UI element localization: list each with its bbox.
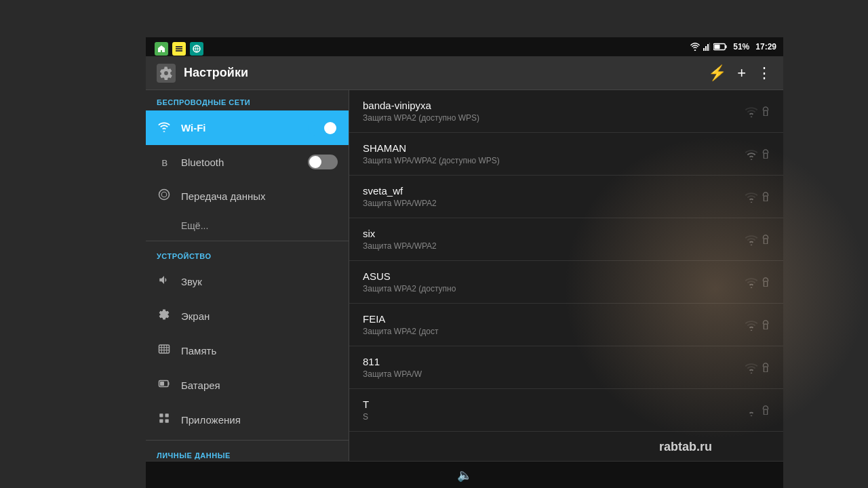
data-transfer-label: Передача данных (181, 190, 338, 202)
network-name-7: T (363, 399, 744, 410)
memory-icon (157, 343, 172, 359)
bluetooth-icon: ʙ (157, 156, 172, 169)
svg-rect-4 (703, 48, 705, 51)
svg-rect-21 (168, 382, 170, 386)
flash-icon[interactable]: ⚡ (708, 64, 726, 82)
wifi-signal-icon-3 (744, 233, 770, 245)
svg-rect-2 (176, 50, 182, 52)
page-title: Настройки (184, 66, 700, 80)
network-name-1: SHAMAN (363, 142, 744, 154)
wifi-signal-icon-2 (744, 190, 770, 203)
action-bar-actions: ⚡ + ⋮ (708, 64, 772, 82)
device-section-label: УСТРОЙСТВО (146, 244, 349, 264)
personal-section-label: ЛИЧНЫЕ ДАННЫЕ (146, 443, 349, 461)
sidebar-item-sound[interactable]: Звук (146, 264, 349, 299)
svg-rect-5 (705, 46, 707, 51)
wifi-signal-icon-0 (744, 105, 770, 117)
sidebar-more-wireless[interactable]: Ещё... (146, 214, 349, 238)
sidebar-item-screen[interactable]: Экран (146, 299, 349, 333)
network-security-6: Защита WPA/W (363, 369, 744, 379)
wireless-section-label: БЕСПРОВОДНЫЕ СЕТИ (146, 90, 349, 110)
add-icon[interactable]: + (737, 64, 746, 82)
network-item-7[interactable]: T S (349, 389, 783, 432)
tablet-screen: 51% 17:29 Настройки ⚡ + ⋮ (146, 37, 783, 461)
status-clock: 17:29 (755, 42, 776, 52)
svg-rect-25 (159, 420, 163, 423)
battery-status-icon (713, 43, 727, 51)
svg-rect-1 (176, 48, 182, 49)
svg-rect-24 (165, 413, 169, 417)
svg-rect-31 (764, 281, 767, 287)
sound-icon (157, 274, 172, 289)
settings-gear-icon (157, 64, 176, 83)
bluetooth-toggle[interactable] (308, 155, 338, 169)
wifi-signal-icon-5 (744, 319, 770, 331)
svg-rect-7 (709, 43, 710, 51)
volume-button[interactable]: 🔈 (449, 465, 480, 485)
svg-point-12 (161, 192, 167, 197)
svg-rect-29 (764, 196, 767, 201)
sidebar-item-wifi[interactable]: Wi-Fi (146, 110, 349, 145)
battery-label: Батарея (181, 380, 338, 391)
more-icon[interactable]: ⋮ (757, 64, 772, 82)
network-security-2: Защита WPA/WPA2 (363, 199, 744, 208)
wifi-signal-icon-4 (744, 276, 770, 288)
network-item-3[interactable]: six Защита WPA/WPA2 (349, 218, 783, 261)
screen-icon (157, 308, 172, 324)
svg-rect-10 (715, 45, 720, 49)
network-security-3: Защита WPA/WPA2 (363, 241, 744, 251)
network-name-5: FEIA (363, 313, 744, 325)
memory-label: Память (181, 345, 338, 357)
wifi-networks-list: banda-vinipyxa Защита WPA2 (доступно WPS… (349, 90, 783, 461)
data-transfer-icon (157, 188, 172, 204)
wifi-label: Wi-Fi (181, 122, 298, 134)
network-item-4[interactable]: ASUS Защита WPA2 (доступно (349, 261, 783, 304)
svg-rect-32 (764, 324, 767, 329)
network-name-6: 811 (363, 356, 744, 367)
network-security-1: Защита WPA/WPA2 (доступно WPS) (363, 156, 744, 165)
svg-rect-28 (764, 153, 767, 159)
network-item-0[interactable]: banda-vinipyxa Защита WPA2 (доступно WPS… (349, 90, 783, 133)
network-security-7: S (363, 412, 744, 422)
sidebar-item-data[interactable]: Передача данных (146, 179, 349, 214)
apps-label: Приложения (181, 414, 338, 426)
taskbar-icons (155, 42, 203, 56)
divider-2 (146, 440, 349, 441)
sidebar-item-bluetooth[interactable]: ʙ Bluetooth (146, 145, 349, 179)
network-name-2: sveta_wf (363, 185, 744, 197)
network-name-3: six (363, 228, 744, 239)
network-item-6[interactable]: 811 Защита WPA/W (349, 346, 783, 389)
menu-taskbar-icon[interactable] (172, 42, 186, 56)
svg-rect-9 (726, 45, 727, 49)
wifi-signal-icon-1 (744, 148, 770, 160)
main-layout: БЕСПРОВОДНЫЕ СЕТИ Wi-Fi (146, 90, 783, 461)
svg-rect-30 (764, 239, 767, 244)
signal-status-icon (703, 43, 710, 51)
svg-rect-22 (160, 382, 164, 386)
svg-rect-6 (707, 44, 709, 51)
sidebar: БЕСПРОВОДНЫЕ СЕТИ Wi-Fi (146, 90, 349, 461)
sidebar-item-battery[interactable]: Батарея (146, 368, 349, 403)
status-bar: 51% 17:29 (146, 37, 783, 56)
browser-taskbar-icon[interactable] (190, 42, 203, 56)
network-item-5[interactable]: FEIA Защита WPA2 (дост (349, 304, 783, 346)
home-taskbar-icon[interactable] (155, 42, 168, 56)
network-security-5: Защита WPA2 (дост (363, 327, 744, 336)
sidebar-item-memory[interactable]: Память (146, 333, 349, 368)
svg-rect-34 (764, 409, 767, 415)
svg-rect-27 (764, 110, 767, 116)
wifi-signal-icon-6 (744, 361, 770, 373)
sidebar-item-apps[interactable]: Приложения (146, 403, 349, 437)
network-item-1[interactable]: SHAMAN Защита WPA/WPA2 (доступно WPS) (349, 133, 783, 176)
svg-rect-26 (165, 420, 169, 423)
network-item-2[interactable]: sveta_wf Защита WPA/WPA2 (349, 176, 783, 218)
navigation-bar: 🔈 (146, 461, 783, 488)
wifi-signal-icon-7 (744, 404, 770, 416)
wifi-icon (157, 120, 172, 136)
sound-label: Звук (181, 276, 338, 287)
wifi-status-icon (690, 43, 700, 51)
wifi-toggle[interactable] (308, 121, 338, 136)
bluetooth-label: Bluetooth (181, 157, 298, 168)
network-security-4: Защита WPA2 (доступно (363, 284, 744, 293)
watermark: rabtab.ru (659, 440, 712, 454)
